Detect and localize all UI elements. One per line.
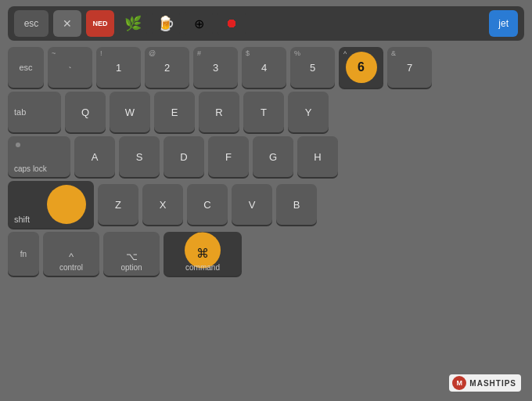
watermark: M MASHTIPS — [449, 374, 521, 392]
touchbar-close-icon[interactable]: ✕ — [53, 10, 81, 37]
touchbar-record-icon[interactable]: ⏺ — [217, 10, 246, 37]
key-5[interactable]: % 5 — [290, 47, 335, 88]
key-e[interactable]: E — [154, 92, 195, 132]
watermark-logo: M — [452, 376, 466, 390]
key-control[interactable]: ^ control — [43, 232, 99, 276]
key-fn[interactable]: fn — [8, 232, 39, 276]
key-capslock[interactable]: caps lock — [8, 136, 70, 177]
key-2[interactable]: @ 2 — [145, 47, 189, 88]
key-t[interactable]: T — [243, 92, 284, 132]
key-a[interactable]: A — [74, 136, 115, 177]
watermark-text: MASHTIPS — [469, 379, 516, 388]
key-7[interactable]: & 7 — [387, 47, 432, 88]
key-c[interactable]: C — [187, 184, 228, 225]
touchbar-beer-icon[interactable]: 🍺 — [152, 10, 180, 37]
key-z[interactable]: Z — [98, 184, 138, 225]
touchbar-ned-icon[interactable]: NED — [86, 10, 114, 37]
key-option[interactable]: ⌥ option — [103, 232, 160, 276]
touch-bar: esc ✕ NED 🌿 🍺 ⊕ ⏺ jet — [8, 6, 524, 41]
key-v[interactable]: V — [232, 184, 272, 225]
asdf-row: caps lock A S D F G H — [8, 136, 524, 177]
qwerty-row: tab Q W E R T Y — [8, 92, 524, 132]
key-r[interactable]: R — [199, 92, 239, 132]
caps-indicator — [16, 143, 20, 147]
orange-dot-shift — [47, 185, 86, 224]
key-b[interactable]: B — [276, 184, 317, 225]
key-tab[interactable]: tab — [8, 92, 61, 132]
key-q[interactable]: Q — [65, 92, 106, 132]
key-shift[interactable]: shift — [8, 181, 94, 228]
key-command[interactable]: ⌘ command — [164, 232, 242, 276]
zxcv-row: shift Z X C V B — [8, 181, 524, 228]
key-4[interactable]: $ 4 — [242, 47, 286, 88]
number-row: esc ~ ` ! 1 @ 2 # 3 $ — [8, 47, 524, 88]
bottom-row: fn ^ control ⌥ option ⌘ command — [8, 232, 524, 276]
key-w[interactable]: W — [110, 92, 150, 132]
key-1[interactable]: ! 1 — [96, 47, 141, 88]
key-6[interactable]: ^ 6 — [339, 47, 383, 88]
key-d[interactable]: D — [164, 136, 204, 177]
touchbar-app-icon[interactable]: ⊕ — [185, 10, 213, 37]
keyboard-container: esc ✕ NED 🌿 🍺 ⊕ ⏺ jet — [0, 0, 532, 401]
key-x[interactable]: X — [142, 184, 183, 225]
key-g[interactable]: G — [253, 136, 293, 177]
key-h[interactable]: H — [297, 136, 338, 177]
key-y[interactable]: Y — [288, 92, 329, 132]
key-f[interactable]: F — [208, 136, 249, 177]
key-backtick[interactable]: ~ ` — [48, 47, 92, 88]
key-esc[interactable]: esc — [8, 47, 44, 88]
touchbar-jet[interactable]: jet — [489, 10, 518, 37]
touchbar-leaf-icon[interactable]: 🌿 — [119, 10, 147, 37]
key-3[interactable]: # 3 — [193, 47, 238, 88]
touchbar-esc[interactable]: esc — [14, 10, 49, 37]
key-s[interactable]: S — [119, 136, 160, 177]
keyboard-body: esc ~ ` ! 1 @ 2 # 3 $ — [8, 47, 524, 276]
